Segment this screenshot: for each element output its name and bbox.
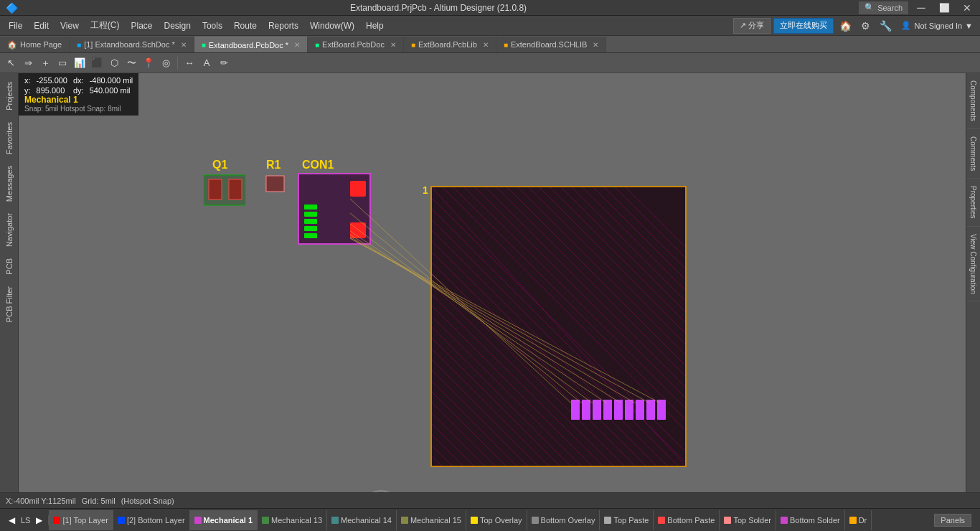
title-bar: 🔷 Extandboard.PrjPcb - Altium Designer (… — [0, 0, 980, 16]
tab-home[interactable]: 🏠 Home Page — [0, 37, 70, 52]
tab-extboard-pcb-close[interactable]: ✕ — [390, 41, 396, 49]
tab-pcbdoc-close[interactable]: ✕ — [294, 41, 300, 49]
x-value: -255.000 — [37, 76, 67, 85]
close-button[interactable]: ✕ — [957, 0, 977, 16]
online-buy-button[interactable]: 立即在线购买 — [773, 18, 834, 34]
tab-schdoc-close[interactable]: ✕ — [181, 41, 187, 49]
sidebar-projects[interactable]: Projects — [2, 76, 17, 116]
layer-bot-paste-label: Bottom Paste — [667, 516, 715, 525]
tab-extboard-pcb[interactable]: ■ ExtBoard.PcbDoc ✕ — [308, 37, 404, 52]
con1-green-pad-3 — [304, 219, 317, 224]
rect-tool[interactable]: ▭ — [55, 55, 70, 71]
user-area[interactable]: 👤 Not Signed In ▼ — [897, 21, 977, 30]
menu-edit[interactable]: Edit — [28, 18, 55, 34]
home-icon-btn[interactable]: 🏠 — [837, 17, 854, 34]
tab-schdoc-icon: ■ — [77, 41, 81, 49]
sidebar-favorites[interactable]: Favorites — [2, 116, 17, 160]
panels-button[interactable]: Panels — [928, 514, 977, 527]
layer-scroll-left[interactable]: ◀ — [6, 515, 18, 525]
canvas-area[interactable]: x: -255.000 dx: -480.000 mil y: 895.000 … — [19, 73, 966, 492]
via-tool[interactable]: ◎ — [158, 55, 174, 71]
layer-top-paste-dot — [604, 517, 611, 524]
layer-mech1[interactable]: Mechanical 1 — [190, 510, 258, 530]
menu-design[interactable]: Design — [159, 18, 197, 34]
layer-top-overlay[interactable]: Top Overlay — [466, 510, 527, 530]
layer-mech14[interactable]: Mechanical 14 — [327, 510, 397, 530]
settings-icon-btn[interactable]: ⚙ — [857, 17, 874, 34]
pencil-tool[interactable]: ✏ — [216, 55, 232, 71]
sidebar-messages[interactable]: Messages — [2, 160, 17, 207]
board-pad-3 — [593, 400, 601, 420]
right-tab-properties[interactable]: Properties — [966, 179, 980, 227]
layer-bottom[interactable]: [2] Bottom Layer — [113, 510, 190, 530]
menu-window[interactable]: Window(W) — [304, 18, 360, 34]
right-tab-comments[interactable]: Comments — [966, 129, 980, 179]
search-bar[interactable]: 🔍 Search — [859, 1, 908, 14]
tab-schlib-close[interactable]: ✕ — [593, 41, 598, 49]
layer-bot-overlay[interactable]: Bottom Overlay — [527, 510, 600, 530]
con1-green-pad-5 — [304, 233, 317, 238]
board-number: 1 — [423, 184, 428, 196]
chart-tool[interactable]: 📊 — [72, 55, 88, 71]
select-tool[interactable]: ↖ — [3, 55, 19, 71]
customize-icon-btn[interactable]: 🔧 — [877, 17, 894, 34]
text-tool[interactable]: A — [199, 55, 215, 71]
minimize-button[interactable]: ─ — [911, 0, 931, 16]
menu-tools[interactable]: Tools — [197, 18, 228, 34]
board-pad-8 — [646, 400, 655, 420]
sidebar-pcb[interactable]: PCB — [2, 253, 17, 281]
layer-bot-solder-label: Bottom Solder — [790, 516, 840, 525]
tab-pcblib-label: ExtBoard.PcbLib — [418, 40, 477, 49]
layer-left-icon: ◀ — [9, 515, 15, 525]
wire-tool[interactable]: ⇒ — [20, 55, 36, 71]
layer-mech15[interactable]: Mechanical 15 — [397, 510, 466, 530]
menu-file[interactable]: File — [3, 18, 28, 34]
snap-info: Snap: 5mil Hotspot Snap: 8mil — [24, 105, 133, 113]
pin-tool[interactable]: 📍 — [141, 55, 156, 71]
tabs-bar: 🏠 Home Page ■ [1] Extandboard.SchDoc * ✕… — [0, 36, 980, 53]
menu-help[interactable]: Help — [360, 18, 390, 34]
layer-scroll-right[interactable]: ▶ — [33, 515, 45, 525]
user-label: Not Signed In — [914, 22, 962, 30]
layer-mech13-label: Mechanical 13 — [271, 516, 322, 525]
menu-view[interactable]: View — [55, 18, 85, 34]
sidebar-pcb-filter[interactable]: PCB Filter — [2, 281, 17, 328]
layer-top-paste[interactable]: Top Paste — [600, 510, 654, 530]
sidebar-navigator[interactable]: Navigator — [2, 207, 17, 253]
share-button[interactable]: ↗ 分享 — [733, 18, 771, 34]
menu-project[interactable]: 工程(C) — [85, 17, 126, 34]
tab-pcblib-close[interactable]: ✕ — [483, 41, 489, 49]
r1-box — [266, 176, 284, 192]
restore-button[interactable]: ⬜ — [934, 0, 954, 16]
curve-tool[interactable]: 〜 — [123, 55, 139, 71]
layer-bot-paste[interactable]: Bottom Paste — [654, 510, 720, 530]
tab-schlib-icon: ■ — [504, 41, 508, 49]
tab-pcbdoc-icon: ■ — [202, 41, 206, 49]
layer-mech13[interactable]: Mechanical 13 — [258, 510, 327, 530]
menu-route[interactable]: Route — [228, 18, 263, 34]
menu-reports[interactable]: Reports — [263, 18, 304, 34]
tab-pcbdoc[interactable]: ■ Extandboard.PcbDoc * ✕ — [194, 37, 308, 52]
add-tool[interactable]: ＋ — [37, 55, 53, 71]
tab-schdoc[interactable]: ■ [1] Extandboard.SchDoc * ✕ — [70, 37, 194, 52]
right-actions: ↗ 分享 立即在线购买 🏠 ⚙ 🔧 👤 Not Signed In ▼ — [733, 17, 977, 34]
layer-top-overlay-label: Top Overlay — [480, 516, 522, 525]
layer-bot-solder[interactable]: Bottom Solder — [776, 510, 845, 530]
layer-top-paste-label: Top Paste — [613, 516, 649, 525]
board-pad-6 — [625, 400, 633, 420]
right-tab-components[interactable]: Components — [966, 73, 980, 129]
status-bar: X:-400mil Y:1125mil Grid: 5mil (Hotspot … — [0, 492, 980, 508]
fill-tool[interactable]: ⬛ — [89, 55, 105, 71]
layer-top-solder-dot — [724, 517, 731, 524]
dim-tool[interactable]: ↔ — [182, 55, 197, 71]
layer-top-solder[interactable]: Top Solder — [720, 510, 776, 530]
menu-bar: File Edit View 工程(C) Place Design Tools … — [0, 16, 980, 36]
menu-place[interactable]: Place — [126, 18, 159, 34]
poly-tool[interactable]: ⬡ — [106, 55, 122, 71]
layer-dr[interactable]: Dr — [845, 510, 872, 530]
tab-schlib[interactable]: ■ ExtendBoard.SCHLIB ✕ — [496, 37, 606, 52]
panels-btn-label[interactable]: Panels — [934, 514, 971, 527]
tab-pcblib[interactable]: ■ ExtBoard.PcbLib ✕ — [404, 37, 496, 52]
layer-top[interactable]: [1] Top Layer — [49, 510, 113, 530]
right-tab-view-config[interactable]: View Configuration — [966, 227, 980, 302]
